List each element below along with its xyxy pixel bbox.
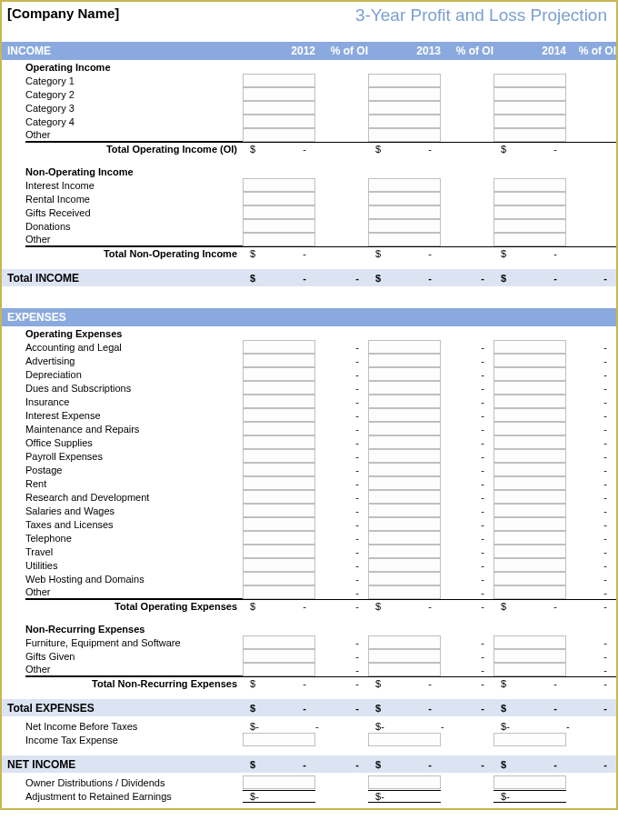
value-input[interactable] [493,381,566,395]
value-input[interactable] [243,649,315,663]
value-input[interactable] [493,408,566,422]
value-input[interactable] [493,128,566,142]
value-input[interactable] [243,635,315,649]
owner-dist-input-2012[interactable] [243,775,315,789]
value-input[interactable] [368,463,441,476]
value-input[interactable] [368,192,441,205]
value-input[interactable] [368,449,441,463]
value-input[interactable] [368,517,441,531]
value-input[interactable] [243,340,315,354]
value-input[interactable] [368,663,441,676]
value-input[interactable] [368,354,441,367]
value-input[interactable] [243,449,315,463]
value-input[interactable] [243,558,315,572]
value-input[interactable] [368,340,441,354]
value-input[interactable] [493,422,566,435]
value-input[interactable] [368,635,441,649]
value-input[interactable] [368,572,441,585]
value-input[interactable] [243,408,315,422]
value-input[interactable] [368,74,441,87]
value-input[interactable] [493,395,566,408]
value-input[interactable] [493,115,566,128]
value-input[interactable] [368,367,441,381]
value-input[interactable] [493,178,566,192]
tax-exp-input-2012[interactable] [243,733,315,746]
value-input[interactable] [243,663,315,676]
value-input[interactable] [368,395,441,408]
value-input[interactable] [243,205,315,219]
value-input[interactable] [243,476,315,490]
value-input[interactable] [243,115,315,128]
value-input[interactable] [493,367,566,381]
owner-dist-input-2013[interactable] [368,775,441,789]
value-input[interactable] [493,517,566,531]
value-input[interactable] [368,585,441,599]
value-input[interactable] [243,192,315,205]
value-input[interactable] [243,585,315,599]
value-input[interactable] [493,449,566,463]
value-input[interactable] [243,572,315,585]
value-input[interactable] [243,87,315,101]
value-input[interactable] [243,233,315,246]
value-input[interactable] [368,87,441,101]
value-input[interactable] [493,545,566,558]
value-input[interactable] [493,585,566,599]
value-input[interactable] [368,531,441,545]
value-input[interactable] [368,558,441,572]
value-input[interactable] [368,435,441,449]
value-input[interactable] [243,463,315,476]
value-input[interactable] [368,381,441,395]
value-input[interactable] [243,219,315,233]
value-input[interactable] [368,649,441,663]
value-input[interactable] [243,422,315,435]
value-input[interactable] [243,490,315,504]
tax-exp-input-2014[interactable] [493,733,566,746]
value-input[interactable] [243,128,315,142]
value-input[interactable] [493,354,566,367]
value-input[interactable] [368,128,441,142]
value-input[interactable] [243,435,315,449]
value-input[interactable] [243,395,315,408]
value-input[interactable] [243,354,315,367]
value-input[interactable] [243,531,315,545]
value-input[interactable] [493,340,566,354]
value-input[interactable] [493,476,566,490]
value-input[interactable] [368,504,441,517]
value-input[interactable] [243,367,315,381]
value-input[interactable] [493,504,566,517]
value-input[interactable] [368,476,441,490]
value-input[interactable] [368,219,441,233]
value-input[interactable] [493,635,566,649]
value-input[interactable] [368,178,441,192]
value-input[interactable] [493,663,566,676]
value-input[interactable] [493,558,566,572]
value-input[interactable] [368,115,441,128]
value-input[interactable] [493,233,566,246]
value-input[interactable] [368,101,441,115]
value-input[interactable] [243,545,315,558]
value-input[interactable] [493,74,566,87]
value-input[interactable] [243,178,315,192]
value-input[interactable] [368,422,441,435]
value-input[interactable] [243,517,315,531]
value-input[interactable] [493,205,566,219]
value-input[interactable] [243,74,315,87]
value-input[interactable] [368,545,441,558]
value-input[interactable] [368,205,441,219]
value-input[interactable] [493,101,566,115]
value-input[interactable] [368,233,441,246]
value-input[interactable] [493,192,566,205]
value-input[interactable] [243,381,315,395]
value-input[interactable] [243,101,315,115]
value-input[interactable] [493,435,566,449]
value-input[interactable] [493,490,566,504]
owner-dist-input-2014[interactable] [493,775,566,789]
value-input[interactable] [493,572,566,585]
value-input[interactable] [493,219,566,233]
tax-exp-input-2013[interactable] [368,733,441,746]
value-input[interactable] [243,504,315,517]
value-input[interactable] [493,463,566,476]
value-input[interactable] [368,490,441,504]
value-input[interactable] [493,649,566,663]
value-input[interactable] [368,408,441,422]
